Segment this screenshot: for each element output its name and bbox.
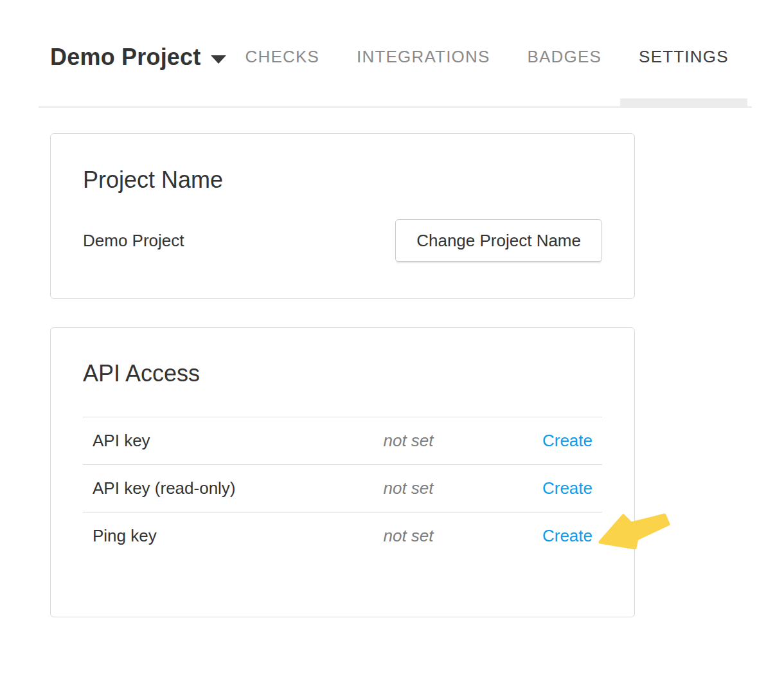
project-name-card: Project Name Demo Project Change Project… — [50, 133, 635, 299]
project-switcher-dropdown[interactable]: Demo Project — [39, 0, 226, 106]
create-ping-key-link[interactable]: Create — [542, 526, 592, 545]
api-key-readonly-label: API key (read-only) — [83, 465, 373, 513]
create-api-key-readonly-link[interactable]: Create — [542, 478, 592, 498]
ping-key-value: not set — [373, 513, 519, 560]
project-title: Demo Project — [50, 44, 200, 71]
api-key-value: not set — [373, 417, 519, 465]
table-row-api-key-readonly: API key (read-only) not set Create — [83, 465, 602, 513]
chevron-down-icon — [211, 55, 226, 64]
tab-label: CHECKS — [245, 47, 319, 67]
ping-key-label: Ping key — [83, 513, 373, 560]
tab-settings[interactable]: SETTINGS — [620, 0, 747, 106]
tab-label: BADGES — [528, 47, 602, 67]
tab-badges[interactable]: BADGES — [509, 0, 621, 106]
nav-tabs: CHECKS INTEGRATIONS BADGES SETTINGS — [226, 0, 747, 106]
current-project-name: Demo Project — [83, 231, 184, 251]
project-name-row: Demo Project Change Project Name — [83, 219, 602, 262]
tab-label: SETTINGS — [639, 47, 729, 67]
project-name-card-title: Project Name — [83, 168, 602, 192]
change-project-name-button[interactable]: Change Project Name — [395, 219, 602, 262]
api-key-readonly-value: not set — [373, 465, 519, 513]
create-api-key-link[interactable]: Create — [542, 431, 592, 450]
table-row-api-key: API key not set Create — [83, 417, 602, 465]
table-row-ping-key: Ping key not set Create — [83, 513, 602, 560]
settings-page-content: Project Name Demo Project Change Project… — [50, 133, 635, 617]
api-access-card-title: API Access — [83, 361, 602, 386]
api-key-label: API key — [83, 417, 373, 465]
tab-label: INTEGRATIONS — [357, 47, 490, 67]
top-navigation-bar: Demo Project CHECKS INTEGRATIONS BADGES … — [39, 0, 752, 108]
tab-integrations[interactable]: INTEGRATIONS — [338, 0, 508, 106]
api-access-card: API Access API key not set Create API ke… — [50, 327, 635, 617]
tab-checks[interactable]: CHECKS — [226, 0, 338, 106]
api-keys-table: API key not set Create API key (read-onl… — [83, 417, 602, 560]
